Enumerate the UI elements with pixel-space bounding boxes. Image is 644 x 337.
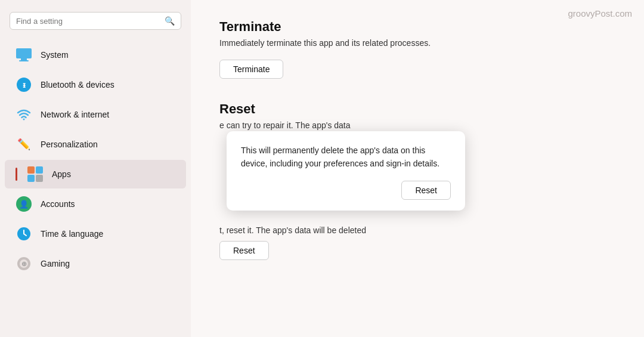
sidebar-item-system[interactable]: System bbox=[5, 41, 186, 69]
search-input[interactable] bbox=[16, 17, 160, 26]
main-container: 🔍 System ᵻ Bluetooth & devices bbox=[0, 0, 644, 337]
sidebar-item-label: Accounts bbox=[41, 199, 75, 209]
sidebar-item-gaming[interactable]: ⊕ Gaming bbox=[5, 249, 186, 278]
sidebar: 🔍 System ᵻ Bluetooth & devices bbox=[0, 0, 191, 337]
sidebar-item-label: Bluetooth & devices bbox=[41, 80, 114, 89]
sidebar-item-apps[interactable]: Apps bbox=[5, 160, 186, 188]
search-box[interactable]: 🔍 bbox=[10, 12, 181, 30]
popup-reset-button[interactable]: Reset bbox=[401, 181, 451, 200]
sidebar-item-label: Gaming bbox=[41, 259, 70, 268]
gaming-icon: ⊕ bbox=[16, 255, 32, 272]
sidebar-item-bluetooth[interactable]: ᵻ Bluetooth & devices bbox=[5, 70, 186, 99]
sidebar-item-label: System bbox=[41, 50, 69, 60]
popup-actions: Reset bbox=[241, 181, 451, 200]
svg-rect-2 bbox=[19, 60, 29, 61]
popup-overlay: This will permanently delete the app's d… bbox=[191, 0, 644, 337]
svg-rect-0 bbox=[16, 48, 32, 58]
sidebar-item-label: Time & language bbox=[41, 229, 103, 239]
sidebar-item-network[interactable]: Network & internet bbox=[5, 100, 186, 129]
sidebar-item-label: Apps bbox=[52, 169, 71, 179]
system-icon bbox=[16, 47, 32, 63]
reset-confirm-dialog: This will permanently delete the app's d… bbox=[227, 131, 465, 211]
popup-message: This will permanently delete the app's d… bbox=[241, 144, 451, 170]
sidebar-item-label: Network & internet bbox=[41, 110, 109, 119]
time-icon bbox=[16, 225, 32, 242]
sidebar-item-label: Personalization bbox=[41, 140, 98, 149]
apps-icon bbox=[27, 166, 44, 183]
sidebar-item-time[interactable]: Time & language bbox=[5, 219, 186, 248]
active-indicator bbox=[16, 168, 17, 181]
svg-text:⊕: ⊕ bbox=[21, 260, 27, 267]
sidebar-item-personalization[interactable]: ✏️ Personalization bbox=[5, 130, 186, 159]
search-icon: 🔍 bbox=[165, 16, 175, 26]
svg-point-3 bbox=[23, 119, 25, 120]
content-area: groovyPost.com Terminate Immediately ter… bbox=[191, 0, 644, 337]
bluetooth-icon: ᵻ bbox=[16, 76, 32, 93]
sidebar-item-accounts[interactable]: 👤 Accounts bbox=[5, 190, 186, 218]
network-icon bbox=[16, 106, 32, 123]
personalization-icon: ✏️ bbox=[16, 136, 32, 153]
accounts-icon: 👤 bbox=[16, 196, 32, 212]
